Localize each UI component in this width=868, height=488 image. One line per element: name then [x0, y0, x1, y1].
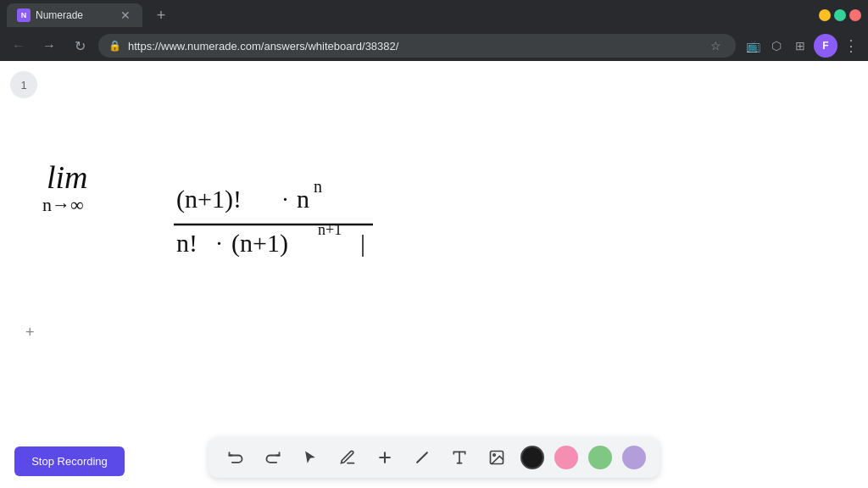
address-bar[interactable]: 🔒 https://www.numerade.com/answers/white…: [98, 34, 736, 58]
svg-point-18: [493, 454, 496, 457]
color-purple-button[interactable]: [622, 446, 646, 469]
apps-icon[interactable]: ⊞: [790, 36, 810, 56]
menu-button[interactable]: ⋮: [841, 36, 861, 56]
title-bar: N Numerade ✕ +: [0, 0, 868, 30]
tab-title: Numerade: [36, 9, 114, 21]
crosshair-cursor: +: [25, 324, 35, 341]
select-tool-button[interactable]: [297, 444, 324, 471]
text-tool-button[interactable]: [446, 444, 473, 471]
screenshot-icon[interactable]: ⬡: [766, 36, 787, 56]
svg-text:(n+1): (n+1): [231, 229, 288, 258]
browser-actions: 📺 ⬡ ⊞ F ⋮: [743, 34, 861, 58]
window-controls: [819, 9, 861, 21]
address-bar-row: ← → ↻ 🔒 https://www.numerade.com/answers…: [0, 30, 868, 61]
svg-line-14: [417, 452, 427, 463]
new-tab-button[interactable]: +: [149, 3, 173, 27]
svg-text:·: ·: [216, 230, 222, 257]
svg-text:(n+1)!: (n+1)!: [176, 185, 242, 214]
browser-tab[interactable]: N Numerade ✕: [7, 3, 142, 27]
lock-icon: 🔒: [108, 40, 121, 52]
tab-favicon: N: [17, 8, 31, 22]
page-indicator: 1: [10, 71, 37, 98]
profile-button[interactable]: F: [814, 34, 837, 58]
back-button[interactable]: ←: [7, 34, 31, 58]
address-actions: ☆: [705, 36, 726, 56]
stop-recording-button[interactable]: Stop Recording: [14, 446, 125, 476]
url-text: https://www.numerade.com/answers/whitebo…: [128, 40, 698, 53]
forward-button[interactable]: →: [37, 34, 61, 58]
image-tool-button[interactable]: [483, 444, 510, 471]
undo-button[interactable]: [222, 444, 249, 471]
color-green-button[interactable]: [588, 446, 612, 469]
cast-icon[interactable]: 📺: [743, 36, 763, 56]
pen-tool-button[interactable]: [334, 444, 361, 471]
math-content: lim n→∞ (n+1)! · n n n! · (n+1) n+1 |: [38, 141, 394, 280]
svg-text:n+1: n+1: [318, 221, 342, 238]
svg-text:n: n: [297, 185, 309, 213]
svg-text:|: |: [360, 229, 365, 257]
redo-button[interactable]: [259, 444, 287, 471]
refresh-button[interactable]: ↻: [68, 34, 92, 58]
svg-text:·: ·: [282, 186, 288, 213]
svg-text:n: n: [314, 177, 322, 196]
minimize-button[interactable]: [819, 9, 831, 21]
svg-text:n!: n!: [176, 229, 198, 257]
whiteboard-area[interactable]: 1 + lim n→∞ (n+1)! · n n n! · (: [0, 61, 868, 488]
maximize-button[interactable]: [834, 9, 846, 21]
svg-text:n→∞: n→∞: [42, 194, 84, 215]
browser-chrome: N Numerade ✕ + ← → ↻ 🔒 https://www.numer…: [0, 0, 868, 61]
line-tool-button[interactable]: [409, 444, 436, 471]
color-black-button[interactable]: [520, 446, 544, 469]
close-button[interactable]: [849, 9, 861, 21]
color-pink-button[interactable]: [554, 446, 578, 469]
add-button[interactable]: [371, 444, 398, 471]
math-svg: lim n→∞ (n+1)! · n n n! · (n+1) n+1 |: [38, 141, 394, 277]
bookmark-icon[interactable]: ☆: [705, 36, 726, 56]
tab-close-button[interactable]: ✕: [119, 8, 132, 22]
drawing-toolbar: [209, 437, 659, 478]
svg-text:lim: lim: [47, 159, 88, 195]
